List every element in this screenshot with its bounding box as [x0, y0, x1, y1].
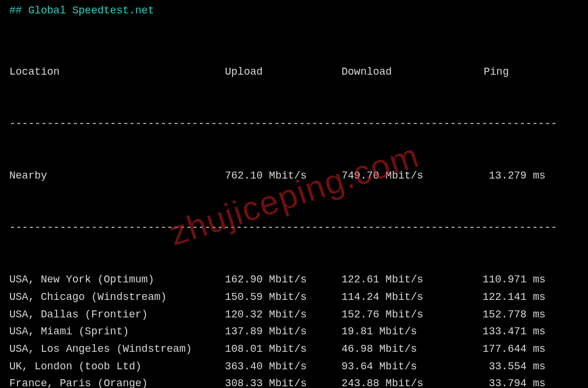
cell-ping: 33.794 ms — [458, 375, 545, 388]
cell-upload: 162.90 Mbit/s — [225, 271, 341, 289]
table-row: USA, Los Angeles (Windstream)108.01 Mbit… — [9, 341, 579, 358]
cell-download: 93.64 Mbit/s — [341, 358, 458, 376]
cell-download: 114.24 Mbit/s — [341, 289, 458, 306]
cell-download: 243.88 Mbit/s — [341, 375, 458, 388]
cell-location: UK, London (toob Ltd) — [9, 358, 225, 376]
cell-download: 122.61 Mbit/s — [341, 271, 458, 289]
cell-upload: 137.89 Mbit/s — [225, 323, 341, 341]
cell-upload: 363.40 Mbit/s — [225, 358, 341, 376]
cell-location: USA, Chicago (Windstream) — [9, 289, 225, 306]
cell-upload: 120.32 Mbit/s — [225, 306, 341, 324]
cell-location: USA, Miami (Sprint) — [9, 323, 225, 341]
divider: ----------------------------------------… — [9, 219, 579, 237]
cell-upload: 762.10 Mbit/s — [225, 167, 341, 185]
divider: ----------------------------------------… — [9, 116, 579, 133]
cell-location: France, Paris (Orange) — [9, 375, 225, 388]
table-row: UK, London (toob Ltd)363.40 Mbit/s93.64 … — [9, 358, 579, 376]
cell-ping: 122.141 ms — [458, 289, 545, 306]
table-row: France, Paris (Orange)308.33 Mbit/s243.8… — [9, 375, 579, 388]
nearby-row: Nearby762.10 Mbit/s749.70 Mbit/s13.279 m… — [9, 167, 579, 185]
cell-download: 749.70 Mbit/s — [341, 167, 458, 185]
table-header-row: LocationUploadDownloadPing — [9, 64, 579, 81]
header-ping: Ping — [458, 64, 545, 81]
cell-upload: 150.59 Mbit/s — [225, 289, 341, 306]
table-row: USA, Chicago (Windstream)150.59 Mbit/s11… — [9, 289, 579, 306]
cell-location: Nearby — [9, 167, 225, 185]
speedtest-table: LocationUploadDownloadPing -------------… — [9, 29, 579, 388]
header-upload: Upload — [225, 64, 341, 81]
cell-ping: 13.279 ms — [458, 167, 545, 185]
cell-location: USA, Los Angeles (Windstream) — [9, 341, 225, 358]
header-download: Download — [341, 64, 458, 81]
cell-ping: 33.554 ms — [458, 358, 545, 376]
cell-download: 46.98 Mbit/s — [341, 341, 458, 358]
cell-ping: 133.471 ms — [458, 323, 545, 341]
header-location: Location — [9, 64, 225, 81]
cell-upload: 308.33 Mbit/s — [225, 375, 341, 388]
table-row: USA, Miami (Sprint)137.89 Mbit/s19.81 Mb… — [9, 323, 579, 341]
cell-download: 152.76 Mbit/s — [341, 306, 458, 324]
cell-ping: 152.778 ms — [458, 306, 545, 324]
cell-location: USA, Dallas (Frontier) — [9, 306, 225, 324]
cell-location: USA, New York (Optimum) — [9, 271, 225, 289]
cell-ping: 110.971 ms — [458, 271, 545, 289]
cell-ping: 177.644 ms — [458, 341, 545, 358]
section-title: ## Global Speedtest.net — [9, 2, 579, 20]
cell-download: 19.81 Mbit/s — [341, 323, 458, 341]
table-row: USA, New York (Optimum)162.90 Mbit/s122.… — [9, 271, 579, 289]
cell-upload: 108.01 Mbit/s — [225, 341, 341, 358]
table-row: USA, Dallas (Frontier)120.32 Mbit/s152.7… — [9, 306, 579, 324]
